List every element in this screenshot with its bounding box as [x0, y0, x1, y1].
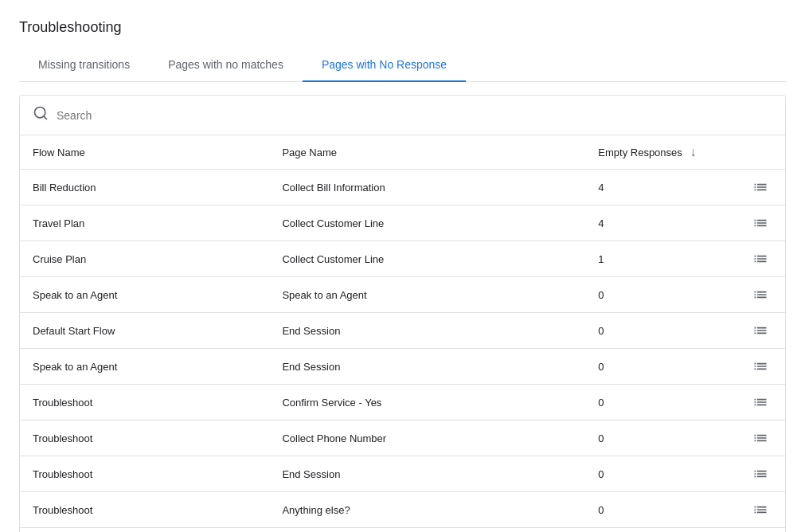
table-row: Speak to an Agent End Session 0 [20, 349, 785, 385]
view-details-icon[interactable] [748, 287, 772, 303]
search-input[interactable] [57, 109, 772, 122]
cell-page-name: End Session [269, 313, 585, 349]
cell-page-name: Collect Customer Line [269, 205, 585, 241]
cell-flow-name: Troubleshoot [20, 385, 269, 421]
cell-flow-name: Cruise Plan [20, 241, 269, 277]
table-row: Bill Reduction Collect Bill Information … [20, 170, 785, 205]
cell-page-name: End Session [269, 456, 585, 492]
tab-missing-transitions[interactable]: Missing transitions [19, 49, 149, 82]
view-details-icon[interactable] [748, 430, 772, 446]
cell-page-name: Speak to an Agent [269, 277, 585, 313]
table-row: Troubleshoot End Session 0 [20, 456, 785, 492]
cell-empty-responses: 0 [585, 313, 735, 349]
view-details-icon[interactable] [748, 179, 772, 195]
content-card: Flow Name Page Name Empty Responses ↓ Bi… [19, 95, 786, 532]
col-header-flow-name: Flow Name [20, 135, 269, 170]
table-footer: Items per page: 10 5 25 50 1 - 10 of 28 [20, 527, 785, 532]
cell-action-icon[interactable] [735, 241, 785, 277]
cell-flow-name: Troubleshoot [20, 421, 269, 456]
cell-flow-name: Speak to an Agent [20, 277, 269, 313]
cell-empty-responses: 0 [585, 421, 735, 456]
cell-flow-name: Troubleshoot [20, 492, 269, 528]
view-details-icon[interactable] [748, 323, 772, 338]
cell-empty-responses: 0 [585, 277, 735, 313]
view-details-icon[interactable] [748, 215, 772, 231]
col-header-action [735, 135, 785, 170]
table-row: Speak to an Agent Speak to an Agent 0 [20, 277, 785, 313]
cell-page-name: Collect Customer Line [269, 241, 585, 277]
view-details-icon[interactable] [748, 502, 772, 518]
page-title: Troubleshooting [19, 19, 786, 36]
cell-page-name: Collect Phone Number [269, 421, 585, 456]
table-row: Troubleshoot Anything else? 0 [20, 492, 785, 528]
cell-action-icon[interactable] [735, 349, 785, 385]
cell-empty-responses: 0 [585, 385, 735, 421]
cell-empty-responses: 0 [585, 492, 735, 528]
search-bar [20, 96, 785, 135]
svg-line-1 [44, 116, 47, 119]
col-header-page-name: Page Name [269, 135, 585, 170]
table-row: Travel Plan Collect Customer Line 4 [20, 205, 785, 241]
cell-page-name: Confirm Service - Yes [269, 385, 585, 421]
cell-page-name: Anything else? [269, 492, 585, 528]
sort-arrow-icon: ↓ [690, 145, 696, 158]
cell-flow-name: Travel Plan [20, 205, 269, 241]
tab-pages-no-response[interactable]: Pages with No Response [303, 49, 466, 82]
cell-empty-responses: 4 [585, 205, 735, 241]
cell-page-name: End Session [269, 349, 585, 385]
cell-action-icon[interactable] [735, 277, 785, 313]
cell-action-icon[interactable] [735, 205, 785, 241]
tabs-container: Missing transitions Pages with no matche… [19, 49, 786, 82]
cell-action-icon[interactable] [735, 492, 785, 528]
search-icon [33, 105, 49, 125]
cell-flow-name: Speak to an Agent [20, 349, 269, 385]
data-table: Flow Name Page Name Empty Responses ↓ Bi… [20, 135, 785, 527]
col-header-empty-responses[interactable]: Empty Responses ↓ [585, 135, 735, 170]
cell-action-icon[interactable] [735, 456, 785, 492]
tab-pages-no-matches[interactable]: Pages with no matches [149, 49, 303, 82]
table-row: Cruise Plan Collect Customer Line 1 [20, 241, 785, 277]
cell-action-icon[interactable] [735, 385, 785, 421]
cell-empty-responses: 0 [585, 456, 735, 492]
view-details-icon[interactable] [748, 251, 772, 267]
view-details-icon[interactable] [748, 466, 772, 482]
cell-action-icon[interactable] [735, 313, 785, 349]
table-row: Troubleshoot Confirm Service - Yes 0 [20, 385, 785, 421]
view-details-icon[interactable] [748, 394, 772, 410]
cell-flow-name: Default Start Flow [20, 313, 269, 349]
table-row: Default Start Flow End Session 0 [20, 313, 785, 349]
cell-empty-responses: 1 [585, 241, 735, 277]
cell-empty-responses: 4 [585, 170, 735, 205]
cell-empty-responses: 0 [585, 349, 735, 385]
cell-action-icon[interactable] [735, 421, 785, 456]
cell-flow-name: Troubleshoot [20, 456, 269, 492]
cell-flow-name: Bill Reduction [20, 170, 269, 205]
view-details-icon[interactable] [748, 358, 772, 374]
cell-page-name: Collect Bill Information [269, 170, 585, 205]
table-row: Troubleshoot Collect Phone Number 0 [20, 421, 785, 456]
cell-action-icon[interactable] [735, 170, 785, 205]
